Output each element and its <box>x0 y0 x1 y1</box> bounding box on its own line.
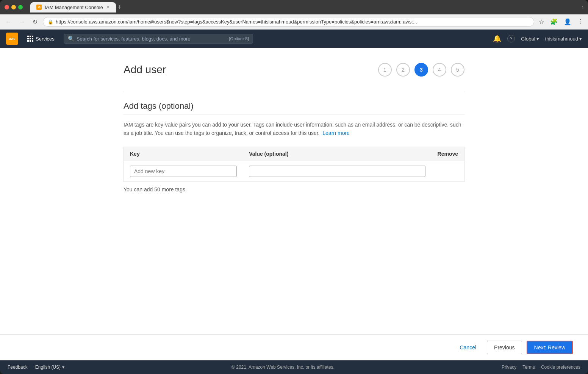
step-indicators: 1 2 3 4 5 <box>378 63 464 77</box>
new-tab-button[interactable]: + <box>117 3 122 11</box>
aws-nav-right: 🔔 ? Global ▾ thisismahmoud ▾ <box>493 34 582 43</box>
services-label: Services <box>36 36 55 42</box>
aws-logo-text: aws <box>9 37 15 41</box>
back-button[interactable]: ← <box>3 17 14 27</box>
content-inner: Add user 1 2 3 4 5 Add tags (optional) I… <box>124 48 464 334</box>
address-bar[interactable]: 🔒 https://console.aws.amazon.com/iam/hom… <box>43 17 534 27</box>
profile-icon[interactable]: 👤 <box>562 17 573 26</box>
col-remove-header: Remove <box>432 147 464 161</box>
footer-actions: Cancel Previous Next: Review <box>0 334 588 360</box>
services-button[interactable]: Services <box>24 34 58 43</box>
lock-icon: 🔒 <box>48 19 53 25</box>
terms-link[interactable]: Terms <box>522 365 535 370</box>
step-2: 2 <box>396 63 410 77</box>
value-input[interactable] <box>249 166 425 177</box>
aws-navbar: aws Services 🔍 [Option+S] 🔔 ? Global ▾ t <box>0 30 588 48</box>
aws-logo: aws <box>6 33 18 45</box>
nav-icons: ☆ 🧩 👤 ⋮ <box>537 17 585 26</box>
section-title: Add tags (optional) <box>124 101 464 114</box>
search-icon: 🔍 <box>68 36 74 42</box>
col-key-header: Key <box>124 147 243 161</box>
close-button[interactable] <box>5 5 9 9</box>
url-text: https://console.aws.amazon.com/iam/home#… <box>56 19 417 25</box>
step-3: 3 <box>414 63 428 77</box>
feedback-button[interactable]: Feedback <box>8 365 28 370</box>
content-area: Add user 1 2 3 4 5 Add tags (optional) I… <box>0 48 588 334</box>
step-4: 4 <box>433 63 446 77</box>
bell-icon[interactable]: 🔔 <box>493 34 501 43</box>
page-title: Add user <box>124 64 166 76</box>
aws-search-bar[interactable]: 🔍 [Option+S] <box>64 34 253 44</box>
language-selector[interactable]: English (US) ▾ <box>35 365 64 370</box>
tab-bar: ⚙ IAM Management Console ✕ + <box>30 2 579 13</box>
tab-close-icon[interactable]: ✕ <box>106 5 110 10</box>
copyright-text: © 2021, Amazon Web Services, Inc. or its… <box>72 365 494 370</box>
traffic-lights <box>5 5 23 9</box>
previous-button[interactable]: Previous <box>487 341 522 354</box>
window-menu-icon[interactable]: › <box>582 5 583 10</box>
col-value-header: Value (optional) <box>243 147 431 161</box>
section-description: IAM tags are key-value pairs you can add… <box>124 120 464 138</box>
step-1: 1 <box>378 63 392 77</box>
help-icon[interactable]: ? <box>507 35 515 42</box>
key-cell <box>124 161 243 182</box>
navigation-bar: ← → ↻ 🔒 https://console.aws.amazon.com/i… <box>0 14 588 30</box>
add-user-header: Add user 1 2 3 4 5 <box>124 63 464 77</box>
tags-table: Key Value (optional) Remove <box>124 147 464 182</box>
tab-title: IAM Management Console <box>45 5 103 10</box>
grid-icon <box>27 36 33 42</box>
forward-button[interactable]: → <box>17 17 27 27</box>
user-menu[interactable]: thisismahmoud ▾ <box>545 36 582 42</box>
browser-window: ⚙ IAM Management Console ✕ + › ← → ↻ 🔒 h… <box>0 0 588 374</box>
remove-cell <box>432 161 464 182</box>
extensions-icon[interactable]: 🧩 <box>549 17 559 26</box>
bottom-links: Privacy Terms Cookie preferences <box>502 365 580 370</box>
bookmark-icon[interactable]: ☆ <box>537 17 546 26</box>
search-shortcut: [Option+S] <box>229 36 249 41</box>
value-cell <box>243 161 431 182</box>
step-5: 5 <box>451 63 464 77</box>
bottom-bar: Feedback English (US) ▾ © 2021, Amazon W… <box>0 360 588 374</box>
global-selector[interactable]: Global ▾ <box>521 36 539 42</box>
tags-count: You can add 50 more tags. <box>124 186 464 192</box>
minimize-button[interactable] <box>11 5 16 9</box>
menu-icon[interactable]: ⋮ <box>576 17 585 26</box>
tab-favicon: ⚙ <box>36 5 42 10</box>
cancel-button[interactable]: Cancel <box>454 341 482 354</box>
title-bar: ⚙ IAM Management Console ✕ + › <box>0 0 588 14</box>
key-input[interactable] <box>130 166 237 177</box>
maximize-button[interactable] <box>18 5 23 9</box>
search-input[interactable] <box>77 36 227 42</box>
table-header-row: Key Value (optional) Remove <box>124 147 464 161</box>
active-tab[interactable]: ⚙ IAM Management Console ✕ <box>30 2 116 13</box>
next-review-button[interactable]: Next: Review <box>527 341 573 354</box>
learn-more-link[interactable]: Learn more <box>322 130 350 136</box>
cookie-link[interactable]: Cookie preferences <box>541 365 580 370</box>
page-content: Add user 1 2 3 4 5 Add tags (optional) I… <box>0 48 588 360</box>
refresh-button[interactable]: ↻ <box>30 17 40 27</box>
table-row <box>124 161 464 182</box>
privacy-link[interactable]: Privacy <box>502 365 516 370</box>
